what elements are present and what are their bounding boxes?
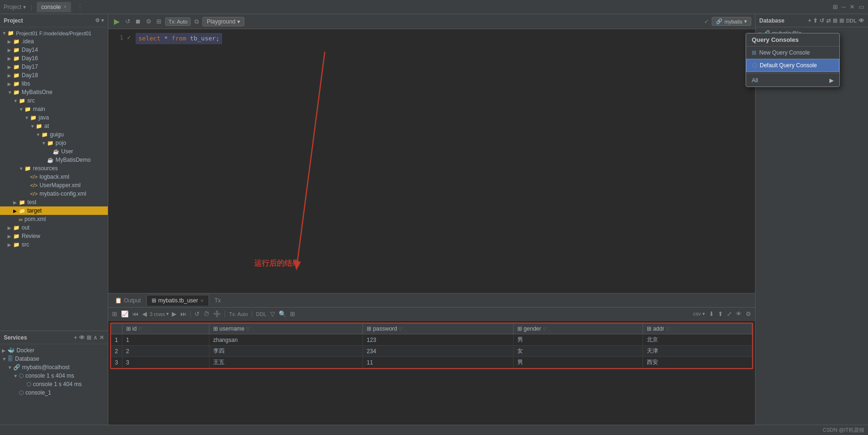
db-eye-icon[interactable]: 👁 bbox=[859, 17, 864, 24]
service-database[interactable]: ▼ 🗄 Database bbox=[0, 355, 108, 363]
db-more-icon[interactable]: ⊞ bbox=[839, 17, 844, 24]
rerun-icon[interactable]: ↺ bbox=[124, 17, 131, 26]
col-id[interactable]: ⊞ id ▽ : bbox=[122, 324, 209, 334]
tree-main[interactable]: ▼ 📁 main bbox=[0, 105, 108, 113]
db-add-icon[interactable]: + bbox=[808, 17, 811, 24]
minus-icon[interactable]: ─ bbox=[842, 3, 846, 10]
last-row-icon[interactable]: ⏭ bbox=[179, 309, 187, 318]
tree-day16[interactable]: ▶ 📁 Day16 bbox=[0, 54, 108, 63]
copy-icon[interactable]: ⧉ bbox=[193, 17, 200, 26]
col-addr[interactable]: ⊞ addr ▽ : bbox=[643, 324, 752, 334]
search-icon[interactable]: 🔍 bbox=[278, 309, 287, 318]
col-gender-filter[interactable]: ▽ bbox=[543, 326, 547, 332]
refresh-icon[interactable]: ↺ bbox=[193, 309, 201, 318]
db-import-icon[interactable]: ⬆ bbox=[813, 17, 818, 24]
sidebar-settings-icon[interactable]: ⚙ ▾ bbox=[95, 17, 104, 24]
more-tabs-icon[interactable]: ⋮ bbox=[74, 2, 86, 12]
col-username[interactable]: ⊞ username ▽ : bbox=[209, 324, 362, 334]
timer-icon[interactable]: ⏱ bbox=[202, 309, 210, 318]
tree-mybatisdemo[interactable]: ☕ MyBatisDemo bbox=[0, 156, 108, 164]
tree-project01[interactable]: ▼ 📁 Project01 F:/node/idea/Project01 bbox=[0, 29, 108, 37]
db-table-icon[interactable]: ⊞ bbox=[833, 17, 837, 24]
new-query-console-item[interactable]: ⊞ New Query Console bbox=[746, 47, 839, 59]
service-console-item[interactable]: ⬡ console 1 s 404 ms bbox=[0, 380, 108, 388]
col-password-filter[interactable]: ▽ bbox=[399, 326, 402, 332]
tree-logback[interactable]: </> logback.xml bbox=[0, 173, 108, 181]
tab-tx[interactable]: Tx bbox=[210, 295, 225, 306]
tree-pom[interactable]: 𝑚 pom.xml bbox=[0, 215, 108, 223]
tree-java[interactable]: ▼ 📁 java bbox=[0, 113, 108, 122]
rows-badge[interactable]: 3 rows ▾ bbox=[150, 311, 169, 317]
tree-review[interactable]: ▶ 📁 Review bbox=[0, 232, 108, 240]
editor-area[interactable]: 1 ✓ select * from tb_user; bbox=[108, 29, 755, 293]
tree-test[interactable]: ▶ 📁 test bbox=[0, 198, 108, 206]
eye-output-icon[interactable]: 👁 bbox=[735, 309, 743, 318]
service-mybatis-host[interactable]: ▼ 🔗 mybatis@localhost bbox=[0, 363, 108, 372]
close-window-icon[interactable]: ✕ bbox=[850, 3, 855, 10]
tree-resources[interactable]: ▼ 📁 resources bbox=[0, 164, 108, 173]
services-layout-icon[interactable]: ⊞ bbox=[87, 334, 91, 341]
restore-icon[interactable]: ⊞ bbox=[833, 3, 838, 10]
next-row-icon[interactable]: ▶ bbox=[171, 309, 177, 318]
col-password[interactable]: ⊞ password ▽ : bbox=[363, 324, 514, 334]
add-row-icon[interactable]: ➕ bbox=[212, 309, 222, 318]
prev-row-icon[interactable]: ◀ bbox=[141, 309, 148, 318]
table-row[interactable]: 1 1 zhangsan 123 男 北京 bbox=[111, 334, 752, 346]
tab-output[interactable]: 📋 Output bbox=[110, 295, 145, 306]
console-tab[interactable]: console × bbox=[37, 2, 71, 12]
db-sync-icon[interactable]: ⇄ bbox=[826, 17, 831, 24]
tree-mybatis-config[interactable]: </> mybatis-config.xml bbox=[0, 190, 108, 198]
service-console1[interactable]: ⬡ console_1 bbox=[0, 388, 108, 397]
table-row[interactable]: 2 2 李四 234 女 天津 bbox=[111, 346, 752, 357]
tree-at[interactable]: ▼ 📁 at bbox=[0, 122, 108, 130]
tree-target[interactable]: ▶ 📁 target bbox=[0, 206, 108, 215]
grid-view-icon[interactable]: ⊞ bbox=[111, 309, 118, 318]
service-console-group[interactable]: ▼ ⬡ console 1 s 404 ms bbox=[0, 372, 108, 380]
tree-guigu[interactable]: ▼ 📁 guigu bbox=[0, 130, 108, 139]
run-button[interactable]: ▶ bbox=[112, 16, 121, 27]
tree-user[interactable]: ☕ User bbox=[0, 147, 108, 156]
services-close-icon[interactable]: ✕ bbox=[99, 334, 104, 341]
tree-day17[interactable]: ▶ 📁 Day17 bbox=[0, 63, 108, 71]
tree-pojo[interactable]: ▼ 📁 pojo bbox=[0, 139, 108, 147]
tree-libs[interactable]: ▶ 📁 libs bbox=[0, 79, 108, 88]
csv-label[interactable]: csv ▾ bbox=[692, 310, 706, 318]
tree-out[interactable]: ▶ 📁 out bbox=[0, 223, 108, 232]
expand-icon[interactable]: ▭ bbox=[859, 3, 864, 10]
console-tab-close[interactable]: × bbox=[64, 4, 66, 9]
tb-user-tab-close[interactable]: ✕ bbox=[200, 298, 204, 303]
table-icon[interactable]: ⊞ bbox=[155, 17, 162, 26]
upload-icon[interactable]: ⬆ bbox=[717, 309, 724, 318]
service-docker[interactable]: ▶ 🐳 Docker bbox=[0, 346, 108, 355]
services-add-icon[interactable]: + bbox=[74, 334, 77, 341]
col-addr-filter[interactable]: ▽ bbox=[666, 326, 670, 332]
settings-output-icon[interactable]: ⚙ bbox=[745, 309, 752, 318]
download-icon[interactable]: ⬇ bbox=[708, 309, 715, 318]
col-gender[interactable]: ⊞ gender ▽ : bbox=[513, 324, 643, 334]
expand-output-icon[interactable]: ⤢ bbox=[726, 309, 733, 318]
playground-button[interactable]: Playground ▾ bbox=[202, 17, 244, 26]
tree-usermapper[interactable]: </> UserMapper.xml bbox=[0, 181, 108, 190]
tab-mybatis-tb-user[interactable]: ⊞ mybatis.tb_user ✕ bbox=[146, 295, 209, 306]
tree-src2[interactable]: ▶ 📁 src bbox=[0, 240, 108, 249]
settings-icon[interactable]: ⚙ bbox=[145, 17, 153, 26]
ddl-label[interactable]: DDL bbox=[255, 310, 267, 318]
col-username-filter[interactable]: ▽ bbox=[246, 326, 250, 332]
table-row[interactable]: 3 3 王五 11 男 西安 bbox=[111, 357, 752, 368]
dropdown-all-item[interactable]: All ▶ bbox=[746, 74, 839, 87]
tree-src[interactable]: ▼ 📁 src bbox=[0, 96, 108, 105]
services-eye-icon[interactable]: 👁 bbox=[79, 334, 85, 341]
services-up-icon[interactable]: ∧ bbox=[93, 334, 97, 341]
mybatis-badge[interactable]: 🔗 mybatis ▾ bbox=[712, 17, 751, 26]
tree-mybatisone[interactable]: ▼ 📁 MyBatisOne bbox=[0, 88, 108, 96]
filter-icon[interactable]: ▽ bbox=[269, 309, 276, 318]
stop-icon[interactable]: ⏹ bbox=[134, 17, 142, 26]
tx-badge[interactable]: Tx: Auto bbox=[165, 17, 191, 26]
default-query-console-item[interactable]: ⬡ Default Query Console bbox=[746, 59, 839, 72]
first-row-icon[interactable]: ⏮ bbox=[131, 309, 139, 318]
db-ddl-label[interactable]: DDL bbox=[846, 18, 857, 24]
output-settings-icon[interactable]: ⊞ bbox=[289, 309, 296, 318]
col-id-filter[interactable]: ▽ bbox=[138, 326, 142, 332]
db-refresh-icon[interactable]: ↺ bbox=[820, 17, 824, 24]
tree-day14[interactable]: ▶ 📁 Day14 bbox=[0, 46, 108, 54]
